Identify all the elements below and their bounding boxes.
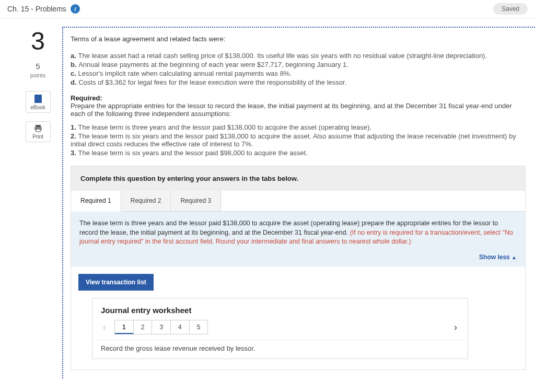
book-icon [34, 95, 42, 103]
step-2[interactable]: 2 [133, 320, 152, 335]
tab-required-2[interactable]: Required 2 [121, 191, 171, 211]
svg-rect-0 [36, 125, 41, 127]
info-icon[interactable]: i [71, 4, 80, 14]
svg-rect-2 [36, 129, 40, 132]
step-5[interactable]: 5 [189, 320, 208, 335]
printer-icon [34, 125, 42, 132]
svg-point-3 [40, 128, 41, 129]
fact-item: c. Lessor's implicit rate when calculati… [71, 69, 526, 78]
chapter-title: Ch. 15 - Problems [7, 5, 66, 13]
assumption-item: 2. The lease term is six years and the l… [71, 132, 526, 148]
step-1[interactable]: 1 [114, 320, 133, 335]
tab-required-3[interactable]: Required 3 [171, 191, 221, 211]
tab-required-1[interactable]: Required 1 [71, 191, 121, 212]
tabs-row: Required 1Required 2Required 3 [71, 191, 525, 212]
ebook-label: eBook [30, 105, 45, 110]
print-label: Print [32, 134, 43, 140]
show-less-toggle[interactable]: Show less ▲ [79, 247, 517, 262]
required-heading: Required: [71, 94, 526, 102]
left-rail: 3 5 points eBook Print [16, 27, 60, 378]
cta-bar: Complete this question by entering your … [71, 166, 525, 191]
worksheet-instruction: Record the gross lease revenue received … [92, 340, 468, 359]
required-text: Prepare the appropriate entries for the … [71, 102, 526, 118]
worksheet-title: Journal entry worksheet [92, 298, 468, 320]
prev-step-button[interactable]: ‹ [100, 322, 109, 333]
ebook-button[interactable]: eBook [26, 91, 51, 113]
step-3[interactable]: 3 [152, 320, 170, 335]
show-less-label: Show less [479, 253, 510, 261]
print-button[interactable]: Print [26, 121, 51, 142]
next-step-button[interactable]: › [451, 322, 460, 333]
facts-list: a. The lease asset had a retail cash sel… [71, 51, 526, 87]
points-value: 5 [30, 62, 45, 71]
journal-worksheet: Journal entry worksheet ‹ 12345 › Record… [92, 298, 468, 359]
question-number: 3 [31, 27, 45, 55]
points-block: 5 points [30, 62, 45, 79]
assumption-item: 3. The lease term is six years and the l… [71, 148, 526, 157]
fact-item: a. The lease asset had a retail cash sel… [71, 51, 526, 60]
question-intro: Terms of a lease agreement and related f… [71, 35, 526, 43]
caret-up-icon: ▲ [511, 255, 517, 260]
step-buttons: 12345 [114, 320, 208, 335]
fact-item: d. Costs of $3,362 for legal fees for th… [71, 78, 526, 87]
instruction-panel: The lease term is three years and the le… [71, 212, 525, 267]
answer-block: Complete this question by entering your … [71, 166, 526, 370]
assumption-item: 1. The lease term is three years and the… [71, 123, 526, 132]
fact-item: b. Annual lease payments at the beginnin… [71, 60, 526, 69]
question-content: Terms of a lease agreement and related f… [62, 27, 535, 378]
step-4[interactable]: 4 [170, 320, 189, 335]
assumptions-list: 1. The lease term is three years and the… [71, 123, 526, 157]
worksheet-nav: ‹ 12345 › [92, 320, 468, 340]
view-transaction-list-button[interactable]: View transaction list [78, 274, 154, 291]
points-label: points [30, 72, 45, 78]
saved-badge: Saved [493, 3, 528, 15]
top-bar: Ch. 15 - Problems i Saved [0, 0, 535, 18]
